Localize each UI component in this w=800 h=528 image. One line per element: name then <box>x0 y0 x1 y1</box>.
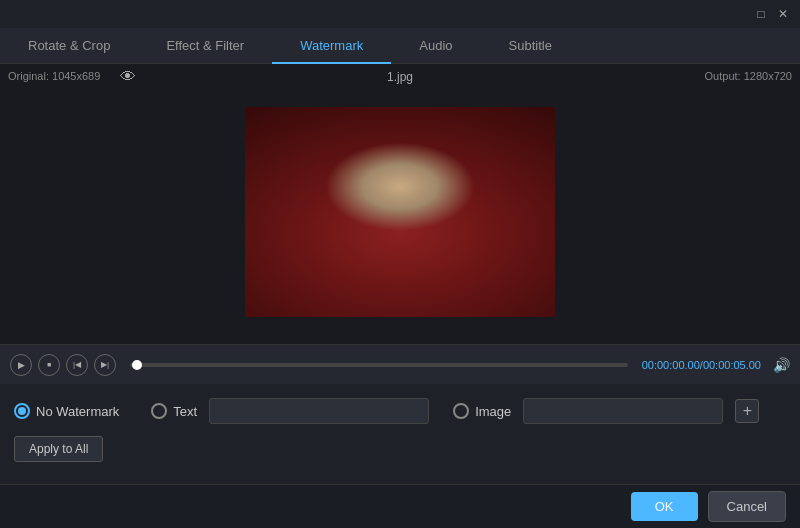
image-watermark-input[interactable] <box>523 398 723 424</box>
ok-button[interactable]: OK <box>631 492 698 521</box>
image-watermark-label: Image <box>475 404 511 419</box>
no-watermark-label: No Watermark <box>36 404 119 419</box>
text-watermark-input[interactable] <box>209 398 429 424</box>
apply-all-row: Apply to All <box>14 436 786 462</box>
apply-to-all-button[interactable]: Apply to All <box>14 436 103 462</box>
original-size-label: Original: 1045x689 <box>8 70 100 82</box>
tab-audio[interactable]: Audio <box>391 28 480 64</box>
watermark-options-row: No Watermark Text Image + <box>14 398 786 424</box>
stop-button[interactable]: ■ <box>38 354 60 376</box>
volume-icon[interactable]: 🔊 <box>773 357 790 373</box>
eye-icon[interactable]: 👁 <box>120 68 136 86</box>
minimize-button[interactable]: □ <box>752 5 770 23</box>
tab-watermark[interactable]: Watermark <box>272 28 391 64</box>
tab-subtitle[interactable]: Subtitle <box>481 28 580 64</box>
title-bar: □ ✕ <box>0 0 800 28</box>
preview-area: Original: 1045x689 1.jpg 👁 Output: 1280x… <box>0 64 800 344</box>
image-watermark-radio[interactable] <box>453 403 469 419</box>
tab-effect-filter[interactable]: Effect & Filter <box>138 28 272 64</box>
add-image-button[interactable]: + <box>735 399 759 423</box>
text-watermark-label: Text <box>173 404 197 419</box>
text-watermark-radio[interactable] <box>151 403 167 419</box>
preview-image <box>245 107 555 317</box>
tab-bar: Rotate & Crop Effect & Filter Watermark … <box>0 28 800 64</box>
prev-frame-button[interactable]: |◀ <box>66 354 88 376</box>
play-button[interactable]: ▶ <box>10 354 32 376</box>
image-watermark-option[interactable]: Image <box>453 403 511 419</box>
tab-rotate-crop[interactable]: Rotate & Crop <box>0 28 138 64</box>
progress-dot <box>132 360 142 370</box>
bottom-bar: OK Cancel <box>0 484 800 528</box>
close-button[interactable]: ✕ <box>774 5 792 23</box>
watermark-controls: No Watermark Text Image + Apply to All <box>0 384 800 472</box>
progress-bar[interactable] <box>130 363 628 367</box>
controls-bar: ▶ ■ |◀ ▶| 00:00:00.00/00:00:05.00 🔊 <box>0 344 800 384</box>
no-watermark-option[interactable]: No Watermark <box>14 403 119 419</box>
cancel-button[interactable]: Cancel <box>708 491 786 522</box>
text-watermark-option[interactable]: Text <box>151 403 197 419</box>
next-frame-button[interactable]: ▶| <box>94 354 116 376</box>
filename-label: 1.jpg <box>387 70 413 84</box>
output-size-label: Output: 1280x720 <box>705 70 792 82</box>
time-display: 00:00:00.00/00:00:05.00 <box>642 359 761 371</box>
no-watermark-radio[interactable] <box>14 403 30 419</box>
video-preview <box>245 107 555 317</box>
